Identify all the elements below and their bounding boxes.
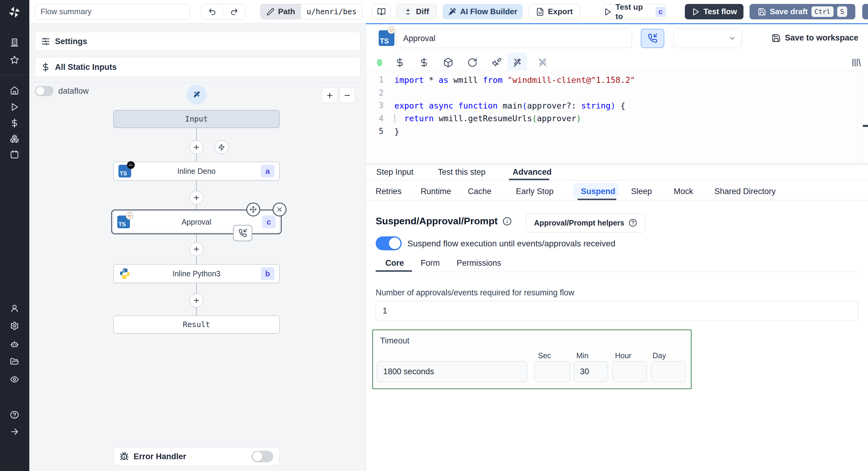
- flow-settings-card[interactable]: Settings: [35, 32, 361, 51]
- plus-icon: [193, 194, 200, 201]
- test-flow-button[interactable]: Test flow: [685, 4, 743, 19]
- all-static-inputs-card[interactable]: All Static Inputs: [35, 57, 361, 77]
- approval-phone-indicator[interactable]: [233, 225, 252, 241]
- add-step-button-2[interactable]: [189, 191, 204, 205]
- baby-emoji-icon: [387, 26, 397, 35]
- sidebar-divider: [0, 75, 29, 75]
- error-handler-card[interactable]: Error Handler: [113, 447, 280, 466]
- add-step-button-3[interactable]: [189, 242, 204, 256]
- ai-graph-wand-button[interactable]: [186, 85, 207, 105]
- expand-arrow-icon[interactable]: [10, 427, 19, 436]
- timeout-min-input[interactable]: [574, 361, 608, 382]
- user-icon[interactable]: [10, 304, 19, 313]
- graph-node-result[interactable]: Result: [113, 316, 280, 333]
- move-node-button[interactable]: [246, 203, 260, 216]
- undo-button[interactable]: [201, 4, 223, 19]
- editor-overview-ruler[interactable]: [862, 70, 868, 163]
- add-step-button-4[interactable]: [189, 294, 204, 307]
- graph-node-approval-selected[interactable]: TS Approval c: [111, 209, 282, 234]
- library-icon-button[interactable]: [851, 57, 861, 68]
- approvals-count-input[interactable]: [376, 301, 858, 321]
- timeout-hour-input[interactable]: [612, 361, 647, 382]
- tab-test-this-step[interactable]: Test this step: [438, 168, 486, 177]
- step-name-input[interactable]: [396, 29, 632, 48]
- tab-advanced[interactable]: Advanced: [513, 168, 552, 177]
- tab-early-stop[interactable]: Early Stop: [516, 187, 554, 196]
- ai-assist-wand-button[interactable]: [512, 57, 522, 68]
- reload-button[interactable]: [467, 57, 477, 68]
- timeout-sec-input[interactable]: [535, 361, 570, 382]
- audit-eye-icon[interactable]: [10, 375, 19, 384]
- approval-prompt-helpers-button[interactable]: Approval/Prompt helpers: [526, 213, 645, 233]
- add-step-button-1[interactable]: [189, 140, 204, 154]
- panel-divider: [29, 82, 366, 83]
- settings-gear-icon[interactable]: [10, 321, 19, 330]
- home-icon[interactable]: [10, 86, 19, 95]
- step-editor-panel: TS Save to workspace: [366, 23, 868, 471]
- tab-step-input[interactable]: Step Input: [376, 168, 413, 177]
- tab-sleep[interactable]: Sleep: [631, 187, 652, 196]
- ai-disabled-wand-off-button[interactable]: [537, 57, 548, 68]
- favorites-star-icon[interactable]: [10, 55, 19, 64]
- play-icon: [603, 7, 612, 16]
- add-trigger-button[interactable]: [215, 140, 228, 154]
- help-icon[interactable]: [10, 410, 19, 419]
- resources-boxes-icon[interactable]: [10, 134, 19, 143]
- code-editor[interactable]: 1import * as wmill from "windmill-client…: [366, 70, 862, 163]
- suspend-subtabs: Core Form Permissions: [376, 257, 858, 272]
- variables-dollar-icon[interactable]: [10, 118, 19, 127]
- save-draft-button[interactable]: Save draft Ctrl S: [749, 4, 855, 19]
- flow-summary-input[interactable]: [35, 4, 190, 19]
- static-inputs-card-label: All Static Inputs: [55, 63, 117, 72]
- windmill-flow-editor: Path u/henri/bes Diff AI Flow Builder Ex…: [0, 0, 868, 471]
- suspend-enable-toggle[interactable]: [376, 236, 402, 250]
- schedules-calendar-icon[interactable]: [10, 150, 19, 159]
- tab-mock[interactable]: Mock: [674, 187, 693, 196]
- graph-node-input[interactable]: Input: [113, 110, 280, 128]
- path-value[interactable]: u/henri/bes: [301, 4, 362, 19]
- runs-play-icon[interactable]: [10, 102, 19, 112]
- folders-icon[interactable]: [10, 357, 19, 366]
- workers-bot-icon[interactable]: [10, 340, 19, 349]
- deploy-button-partial[interactable]: [862, 4, 868, 19]
- export-button[interactable]: Export: [529, 4, 580, 19]
- tab-form[interactable]: Form: [421, 259, 440, 268]
- diff-button[interactable]: Diff: [396, 4, 437, 19]
- tab-permissions[interactable]: Permissions: [457, 259, 501, 268]
- tab-retries[interactable]: Retries: [376, 187, 402, 196]
- delete-node-button[interactable]: [273, 203, 286, 216]
- redo-button[interactable]: [223, 4, 245, 19]
- format-paintbrush-button[interactable]: [491, 57, 502, 68]
- zoom-in-button[interactable]: +: [322, 87, 338, 103]
- add-resource-button[interactable]: [419, 57, 429, 68]
- info-icon[interactable]: [503, 217, 512, 226]
- lint-ok-dot: [377, 59, 382, 66]
- tab-core[interactable]: Core: [385, 259, 404, 268]
- path-button[interactable]: Path: [260, 4, 301, 19]
- tab-suspend[interactable]: Suspend: [581, 187, 615, 196]
- suspend-phone-toggle-button[interactable]: [641, 29, 664, 48]
- tab-shared-directory[interactable]: Shared Directory: [714, 187, 776, 196]
- tag-select[interactable]: [673, 29, 742, 48]
- docs-button[interactable]: [372, 4, 391, 19]
- tab-cache[interactable]: Cache: [468, 187, 491, 196]
- timeout-total-input[interactable]: [377, 361, 527, 382]
- zap-icon: [218, 144, 225, 151]
- add-variable-button[interactable]: [395, 57, 405, 68]
- dataflow-toggle[interactable]: [35, 86, 54, 96]
- graph-node-inline-deno[interactable]: TS Inline Deno a: [113, 162, 280, 180]
- save-icon: [758, 7, 766, 16]
- windmill-logo-icon[interactable]: [8, 5, 21, 19]
- error-handler-toggle[interactable]: [251, 451, 273, 462]
- graph-node-inline-python3[interactable]: Inline Python3 b: [113, 264, 280, 283]
- timeout-day-input[interactable]: [651, 361, 685, 382]
- test-up-to-button[interactable]: Test up to c: [603, 4, 666, 19]
- ai-flow-builder-button[interactable]: AI Flow Builder: [443, 4, 523, 19]
- zoom-out-button[interactable]: −: [339, 87, 355, 103]
- deno-node-label: Inline Deno: [135, 167, 258, 176]
- package-button[interactable]: [443, 57, 453, 68]
- save-to-workspace-button[interactable]: Save to workspace: [772, 33, 858, 42]
- workspace-building-icon[interactable]: [10, 38, 19, 47]
- tab-runtime[interactable]: Runtime: [421, 187, 451, 196]
- wand-icon: [192, 90, 201, 99]
